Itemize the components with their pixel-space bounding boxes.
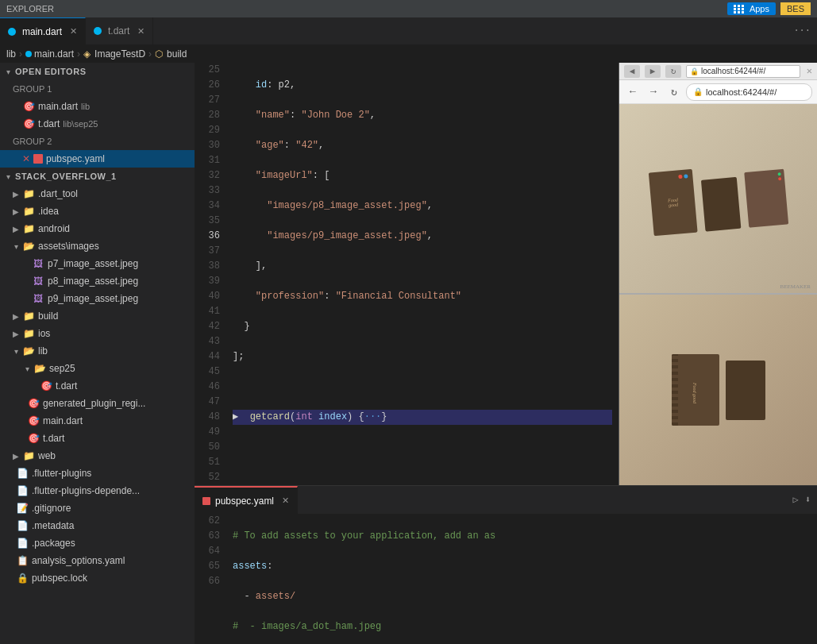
sidebar-item-assets[interactable]: ▾ 📂 assets\images (0, 237, 195, 255)
product-boxes-bottom: Food good (672, 354, 765, 426)
sidebar-item-p9[interactable]: 🖼 p9_image_asset.jpeg (0, 290, 195, 307)
pubspec-yaml-label: pubspec.yaml (46, 153, 105, 164)
tab-more-button[interactable]: ··· (787, 17, 817, 44)
sidebar-item-gitignore[interactable]: 📝 .gitignore (0, 499, 195, 517)
yaml-file-icon (33, 154, 43, 164)
stack-overflow-title: STACK_OVERFLOW_1 (15, 172, 117, 181)
product-boxes-top: Foodgood (648, 161, 788, 237)
pubspec-tab-close[interactable]: ✕ (282, 496, 289, 506)
bottom-code-editor[interactable]: 6263646566 # To add assets to your appli… (195, 514, 817, 644)
web-arrow: ▶ (10, 452, 22, 461)
apps-grid-icon (734, 5, 745, 13)
breadcrumb-maindart[interactable]: main.dart (25, 48, 74, 60)
main-dart-lib-label: main.dart (43, 415, 83, 426)
sidebar-item-sep25[interactable]: ▾ 📂 sep25 (0, 360, 195, 377)
product-image-top: Foodgood BEEMAKER (619, 104, 817, 295)
lib-arrow: ▾ (10, 347, 22, 356)
browser-url-bar[interactable]: 🔒 localhost:64244/#/ (686, 65, 800, 78)
sidebar-item-pubspec-lock[interactable]: 🔒 pubspec.lock (0, 569, 195, 587)
browser-chrome: ◀ ▶ ↻ 🔒 localhost:64244/#/ ✕ (619, 63, 817, 80)
section-open-editors[interactable]: ▾ OPEN EDITORS (0, 63, 195, 80)
sidebar-item-p8[interactable]: 🖼 p8_image_asset.jpeg (0, 272, 195, 290)
pubspec-lock-label: pubspec.lock (32, 573, 87, 584)
sidebar-scroll[interactable]: ▾ OPEN EDITORS GROUP 1 🎯 main.dart lib 🎯… (0, 63, 195, 644)
sidebar-item-p7[interactable]: 🖼 p7_image_asset.jpeg (0, 255, 195, 272)
section-stack-overflow[interactable]: ▾ STACK_OVERFLOW_1 (0, 168, 195, 185)
breadcrumb-lib[interactable]: lib (6, 48, 16, 60)
sidebar-item-t-dart[interactable]: 🎯 t.dart lib\sep25 (0, 115, 195, 133)
sidebar-item-t-dart-lib[interactable]: 🎯 t.dart (0, 377, 195, 395)
sidebar-item-pubspec-yaml[interactable]: ✕ pubspec.yaml (0, 150, 195, 168)
tab-pubspec-yaml[interactable]: pubspec.yaml ✕ (195, 486, 298, 514)
apps-button[interactable]: Apps (727, 2, 776, 15)
browser-refresh-button[interactable]: ↻ (665, 65, 681, 78)
build-label: build (38, 310, 58, 322)
main-content: ▾ OPEN EDITORS GROUP 1 🎯 main.dart lib 🎯… (0, 63, 817, 644)
box-stripe (672, 354, 678, 426)
tab-t-dart-close[interactable]: ✕ (137, 26, 145, 37)
sidebar-item-flutter-plugins[interactable]: 📄 .flutter-plugins (0, 465, 195, 482)
sidebar-item-android[interactable]: ▶ 📁 android (0, 220, 195, 237)
breadcrumb-build[interactable]: ⬡ build (155, 48, 187, 60)
flutter-plugins-dep-label: .flutter-plugins-depende... (32, 485, 140, 496)
browser-forward-button[interactable]: ▶ (645, 65, 661, 78)
sidebar-item-idea[interactable]: ▶ 📁 .idea (0, 202, 195, 220)
bes-button[interactable]: BES (780, 2, 811, 15)
browser-back-button[interactable]: ◀ (624, 65, 640, 78)
lib-label: lib (38, 345, 48, 357)
product-caption-top: BEEMAKER (780, 283, 811, 290)
code-content[interactable]: id: p2, "name": "John Doe 2", "age": "42… (226, 63, 619, 485)
browser-panel: ◀ ▶ ↻ 🔒 localhost:64244/#/ ✕ ← → ↻ (619, 63, 817, 485)
breadcrumb-fn-icon: ⬡ (155, 48, 163, 60)
pubspec-tab-label: pubspec.yaml (215, 496, 274, 507)
sidebar-item-gen-plugin[interactable]: 🎯 generated_plugin_regi... (0, 395, 195, 412)
explorer-title: EXPLORER (6, 4, 54, 13)
folder-arrow: ▶ (10, 190, 22, 199)
dart-file-icon-2 (94, 27, 102, 35)
dart-tool-label: .dart_tool (38, 188, 78, 199)
yaml-icon: ✕ (22, 153, 30, 164)
product-box-bottom-2 (726, 361, 765, 420)
t-dart-sublabel: lib\sep25 (63, 119, 98, 129)
stack-overflow-arrow: ▾ (6, 172, 10, 181)
sidebar-item-metadata[interactable]: 📄 .metadata (0, 517, 195, 534)
box-label-1: Foodgood (667, 197, 678, 207)
download-button[interactable]: ⬇ (805, 494, 811, 506)
group1-header: GROUP 1 (0, 80, 195, 98)
gitignore-label: .gitignore (32, 503, 71, 514)
metadata-label: .metadata (32, 520, 74, 531)
run-button[interactable]: ▷ (793, 494, 799, 506)
product-image-bottom: Food good (619, 295, 817, 485)
sidebar-item-t-dart-lib2[interactable]: 🎯 t.dart (0, 430, 195, 447)
sidebar-item-ios[interactable]: ▶ 📁 ios (0, 325, 195, 342)
browser-close-button[interactable]: ✕ (807, 65, 812, 77)
sidebar-item-packages[interactable]: 📄 .packages (0, 534, 195, 552)
sidebar-item-main-dart-lib[interactable]: 🎯 main.dart (0, 412, 195, 430)
sidebar-item-build[interactable]: ▶ 📁 build (0, 307, 195, 325)
folder-icon-2: 📁 (22, 206, 35, 217)
browser-url-display[interactable]: 🔒 localhost:64244/#/ (686, 83, 812, 101)
bottom-code-content[interactable]: # To add assets to your application, add… (226, 514, 817, 644)
p7-label: p7_image_asset.jpeg (48, 258, 138, 269)
dart-icon-3: 🎯 (40, 380, 52, 391)
sidebar-item-flutter-plugins-dep[interactable]: 📄 .flutter-plugins-depende... (0, 482, 195, 499)
assets-arrow: ▾ (10, 242, 22, 251)
t-dart-lib2-label: t.dart (43, 433, 64, 444)
tab-main-dart-close[interactable]: ✕ (70, 26, 77, 37)
browser-refresh-btn2[interactable]: ↻ (665, 83, 683, 101)
sidebar-item-dart-tool[interactable]: ▶ 📁 .dart_tool (0, 185, 195, 202)
browser-back-btn2[interactable]: ← (624, 83, 642, 101)
sidebar-item-web[interactable]: ▶ 📁 web (0, 447, 195, 465)
url-lock-icon: 🔒 (693, 87, 703, 96)
main-code-editor[interactable]: 252627282930 3132333435 36 3738394041424… (195, 63, 619, 485)
sidebar-item-main-dart[interactable]: 🎯 main.dart lib (0, 98, 195, 115)
image-icon-p8: 🖼 (32, 276, 44, 287)
tab-t-dart-label: t.dart (108, 25, 129, 37)
breadcrumb-imagetestd[interactable]: ◈ ImageTestD (83, 48, 145, 60)
sidebar-item-analysis[interactable]: 📋 analysis_options.yaml (0, 552, 195, 569)
tab-t-dart[interactable]: t.dart ✕ (86, 17, 153, 44)
tab-main-dart[interactable]: main.dart ✕ (0, 17, 86, 44)
browser-fwd-btn2[interactable]: → (645, 83, 662, 101)
sidebar-item-lib[interactable]: ▾ 📂 lib (0, 342, 195, 360)
dart-icon-2: 🎯 (22, 118, 35, 129)
